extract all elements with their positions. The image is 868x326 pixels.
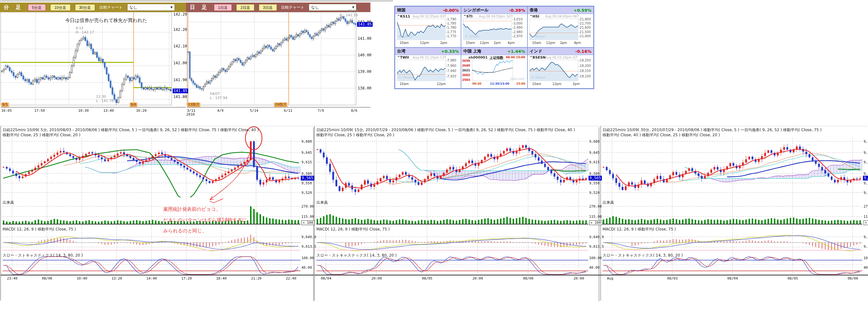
minute-chart-title: 分 足 bbox=[4, 4, 24, 11]
intraday-time-label: 08/06 bbox=[523, 276, 533, 280]
daily-timeframe-button-2[interactable]: 3日足 bbox=[259, 4, 277, 11]
index-y-label: 2640 bbox=[462, 64, 470, 67]
index-name: 中国 上海 bbox=[463, 48, 482, 54]
intraday-price-axis-label: 9,520 bbox=[589, 191, 600, 195]
daily-high-annotation: 08/04 H : 142.33 bbox=[340, 9, 358, 17]
minute-time-label: 10:30 bbox=[78, 109, 89, 113]
intraday-price-axis-label: 9,645 bbox=[589, 151, 600, 155]
handwritten-annotation-text: 雇用統計発表前のピョコ。 bbox=[163, 206, 221, 212]
volume-multiplier-label: × 100 bbox=[864, 220, 868, 225]
intraday-price-axis-label: 9,680 bbox=[864, 139, 868, 143]
minute-current-price-tag: 141.85 bbox=[173, 88, 188, 93]
index-cell-ks11[interactable]: 韓国-0.00%^KS11Aug 06 02:55pm KST-1,790-1,… bbox=[395, 6, 461, 48]
intraday-current-price-tag: 9,565 bbox=[589, 176, 602, 181]
index-change-percent: +1.44% bbox=[507, 49, 525, 54]
intraday-stoch-axis-label: 100.00 bbox=[302, 256, 314, 260]
minute-timeframe-button-2[interactable]: 30分足 bbox=[75, 4, 95, 11]
intraday-chart-title: 日経225mini 10/09( 5分, 2010/08/03 - 2010/0… bbox=[3, 127, 259, 133]
index-y-label: -18,150 bbox=[579, 69, 591, 73]
intraday-time-label: 08/04 bbox=[727, 276, 738, 280]
index-y-label: -7,940 bbox=[446, 69, 456, 73]
index-x-label: 11:30/13:00 bbox=[490, 82, 509, 85]
index-cell-bsesn[interactable]: インド-0.16%^BSESNAug 06 03:29pm IST-18,250… bbox=[527, 48, 594, 88]
index-y-label: 2659 bbox=[462, 59, 470, 62]
index-y-label: -2,990 bbox=[512, 26, 522, 29]
intraday-time-label: 14:40 bbox=[147, 276, 157, 280]
index-cell-sti[interactable]: シンガポール-0.39%^STIAug 06 04:59pm SGT-3,010… bbox=[461, 6, 527, 48]
index-cell-header: 香港+0.59% bbox=[528, 7, 593, 14]
chevron-down-icon: ▼ bbox=[352, 6, 354, 9]
index-cell-header: 台湾+0.33% bbox=[395, 48, 461, 55]
intraday-current-price-tag: 9,565 bbox=[301, 176, 314, 181]
intraday-chart-legend: 移動平均( Close, 25 ) 移動平均( Close, 20 ) bbox=[316, 132, 394, 138]
index-cell-twii[interactable]: 台湾+0.33%^TWIIAug 06 01:25pm CST-7,980-7,… bbox=[395, 48, 461, 88]
index-y-label: -1,770 bbox=[446, 34, 456, 38]
macd-panel-label: MACD( 12, 26, 9 ) 移動平均( Close, 75 ) bbox=[3, 227, 76, 232]
intraday-time-label: 17:20 bbox=[181, 276, 192, 280]
minute-price-axis-label: 142.20 bbox=[173, 27, 187, 32]
minute-timeframe-button-1[interactable]: 10分足 bbox=[50, 4, 70, 11]
intraday-chart-title: 日経225mini 10/09( 30分, 2010/07/29 - 2010/… bbox=[602, 127, 822, 133]
stochastics-panel-label: スロー・ストキャスティクス( 14, 3, 80, 20 ) bbox=[3, 253, 83, 258]
daily-time-label: 4/9 bbox=[217, 109, 223, 113]
index-y-label: -18,100 bbox=[579, 75, 591, 78]
intraday-macd-axis-label: 9,640.0 bbox=[302, 235, 316, 239]
index-y-label: -18,200 bbox=[579, 64, 591, 67]
daily-contract-label: 09限月 bbox=[274, 103, 287, 107]
index-x-label: 12pm bbox=[546, 41, 555, 45]
stochastics-panel-label: スロー・ストキャスティクス( 14, 3, 80, 20 ) bbox=[316, 253, 397, 258]
intraday-macd-axis-label: 9,640.0 bbox=[864, 235, 868, 239]
minute-session-label: 8/5 bbox=[1, 103, 9, 107]
index-y-label: -7,960 bbox=[446, 64, 456, 67]
intraday-volume-axis-label: 270.00 bbox=[302, 205, 314, 209]
minute-high-annotation: 9:15 H : 142.17 bbox=[76, 26, 94, 34]
index-x-label: 2pm bbox=[440, 41, 447, 45]
intraday-macd-axis-label: 9,613.5 bbox=[589, 244, 604, 249]
minute-time-label: 13:40 bbox=[103, 109, 114, 113]
index-cell-hsi[interactable]: 香港+0.59%^HSIAug 06 04:00pm HKT-21,800-21… bbox=[527, 6, 594, 48]
intraday-volume-axis-label: 115.00 bbox=[864, 215, 868, 219]
index-y-label: -21,400 bbox=[579, 34, 591, 38]
intraday-time-label: 22:40 bbox=[286, 276, 296, 280]
stochastics-panel-label: スロー・ストキャスティクス( 14, 3, 80, 20 ) bbox=[602, 253, 683, 258]
daily-price-axis-label: 139.00 bbox=[358, 70, 371, 74]
daily-price-axis-label: 138.00 bbox=[358, 86, 371, 90]
minute-price-axis-label: 141.90 bbox=[173, 78, 187, 82]
intraday-time-label: 08/06 bbox=[42, 276, 53, 280]
index-cell-header: 中国 上海+1.44% bbox=[461, 48, 527, 55]
index-timestamp: 08-06 15:00 bbox=[506, 56, 525, 59]
daily-time-label: 5/14 bbox=[250, 109, 258, 113]
world-indices-widget: 韓国-0.00%^KS11Aug 06 02:55pm KST-1,790-1,… bbox=[394, 6, 594, 89]
intraday-price-axis-label: 9,550 bbox=[302, 181, 312, 185]
intraday-price-axis-label: 9,680 bbox=[302, 139, 312, 143]
index-timestamp: Aug 06 01:25pm CST bbox=[413, 56, 446, 59]
yahoo-watermark: © Yahoo! bbox=[398, 76, 413, 79]
intraday-current-price-tag: 9,565 bbox=[863, 176, 868, 181]
index-y-label: -7,980 bbox=[446, 59, 456, 62]
index-cell-header: 韓国-0.00% bbox=[395, 7, 461, 14]
minute-timeframe-button-0[interactable]: 5分足 bbox=[28, 4, 46, 11]
daily-timeframe-button-1[interactable]: 2日足 bbox=[236, 4, 254, 11]
intraday-price-axis-label: 9,645 bbox=[864, 151, 868, 155]
index-y-label: 2621 bbox=[462, 69, 470, 72]
index-y-label: -3,000 bbox=[512, 22, 522, 25]
index-cell-sh000001[interactable]: 中国 上海+1.44%sh000001上证指数08-06 15:00265926… bbox=[461, 48, 527, 88]
daily-timeframe-button-0[interactable]: 1日足 bbox=[214, 4, 232, 11]
minute-chart-note: 今日は債券が売られて株先が買われた bbox=[65, 18, 147, 24]
index-symbol: sh000001 bbox=[468, 55, 488, 59]
daily-chart-title: 日 足 bbox=[190, 4, 210, 11]
intraday-macd-axis-label: 9,613.5 bbox=[864, 244, 868, 249]
handwritten-annotation-text: みられるのと同じ。 bbox=[163, 228, 207, 234]
volume-panel-label: 出来高 bbox=[602, 200, 614, 205]
index-change-percent: +0.33% bbox=[441, 49, 459, 54]
daily-time-label: 2010 bbox=[186, 112, 195, 116]
minute-price-axis-label: 142.10 bbox=[173, 44, 187, 48]
minute-compare-dropdown[interactable]: なし▼ bbox=[127, 4, 175, 11]
index-x-label: 10am bbox=[532, 82, 541, 86]
minute-price-axis-label: 141.80 bbox=[173, 94, 187, 99]
intraday-chart-title: 日経225mini 10/09( 15分, 2010/07/29 - 2010/… bbox=[316, 127, 575, 133]
index-symbol: ^KS11 bbox=[397, 14, 410, 19]
yahoo-watermark: © Yahoo! bbox=[465, 35, 479, 38]
yahoo-watermark: © Yahoo! bbox=[531, 35, 546, 38]
minute-compare-label: 比較チャート bbox=[99, 5, 123, 10]
